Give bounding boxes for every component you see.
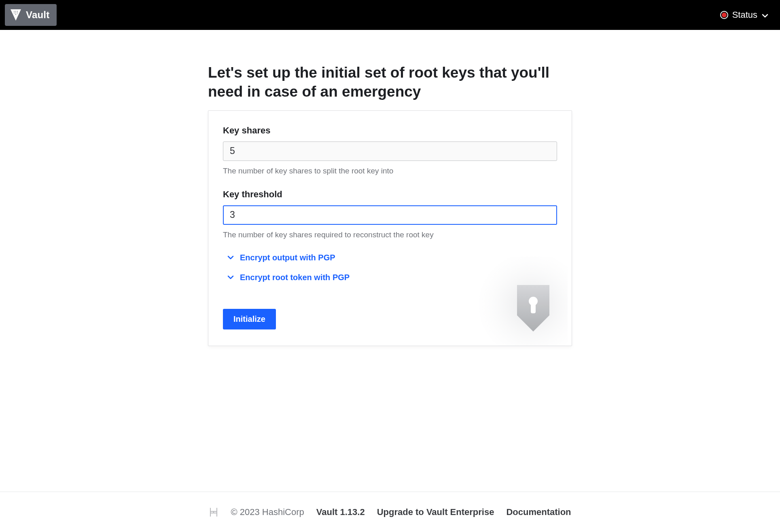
encrypt-output-pgp-toggle[interactable]: Encrypt output with PGP bbox=[227, 253, 557, 262]
hashicorp-logo-icon bbox=[209, 507, 218, 517]
page-title: Let's set up the initial set of root key… bbox=[208, 63, 572, 101]
status-label: Status bbox=[732, 10, 757, 20]
key-threshold-input[interactable] bbox=[223, 205, 557, 225]
field-key-shares: Key shares The number of key shares to s… bbox=[223, 125, 557, 175]
svg-point-2 bbox=[15, 11, 16, 12]
initialize-button[interactable]: Initialize bbox=[223, 309, 276, 329]
svg-point-8 bbox=[479, 257, 568, 346]
key-shares-input[interactable] bbox=[223, 141, 557, 161]
chevron-down-icon bbox=[227, 254, 234, 261]
vault-logo-icon bbox=[11, 9, 21, 21]
encrypt-output-label: Encrypt output with PGP bbox=[240, 253, 335, 262]
footer-version: Vault 1.13.2 bbox=[316, 507, 365, 517]
brand-box[interactable]: Vault bbox=[5, 4, 57, 26]
encrypt-root-token-pgp-toggle[interactable]: Encrypt root token with PGP bbox=[227, 273, 557, 282]
key-shares-help: The number of key shares to split the ro… bbox=[223, 167, 557, 175]
key-threshold-label: Key threshold bbox=[223, 189, 557, 200]
status-indicator-icon bbox=[720, 11, 728, 19]
footer-upgrade-link[interactable]: Upgrade to Vault Enterprise bbox=[377, 507, 494, 517]
footer-documentation-link[interactable]: Documentation bbox=[506, 507, 571, 517]
status-dropdown[interactable]: Status bbox=[720, 10, 769, 20]
shield-lock-icon bbox=[462, 257, 568, 346]
init-form-card: Key shares The number of key shares to s… bbox=[208, 110, 572, 346]
app-footer: © 2023 HashiCorp Vault 1.13.2 Upgrade to… bbox=[0, 492, 780, 532]
svg-point-1 bbox=[14, 11, 15, 12]
brand-label: Vault bbox=[26, 9, 49, 21]
field-key-threshold: Key threshold The number of key shares r… bbox=[223, 189, 557, 239]
svg-point-9 bbox=[529, 297, 538, 306]
footer-copyright: © 2023 HashiCorp bbox=[231, 507, 304, 517]
app-header: Vault Status bbox=[0, 0, 780, 30]
svg-point-6 bbox=[17, 13, 18, 13]
main-content: Let's set up the initial set of root key… bbox=[0, 30, 780, 346]
chevron-down-icon bbox=[761, 11, 769, 19]
encrypt-root-token-label: Encrypt root token with PGP bbox=[240, 273, 350, 282]
svg-point-5 bbox=[15, 13, 16, 13]
svg-point-7 bbox=[15, 14, 16, 15]
svg-point-4 bbox=[14, 13, 15, 13]
svg-point-3 bbox=[17, 11, 18, 12]
key-threshold-help: The number of key shares required to rec… bbox=[223, 230, 557, 239]
key-shares-label: Key shares bbox=[223, 125, 557, 136]
svg-rect-10 bbox=[531, 304, 536, 313]
chevron-down-icon bbox=[227, 274, 234, 281]
